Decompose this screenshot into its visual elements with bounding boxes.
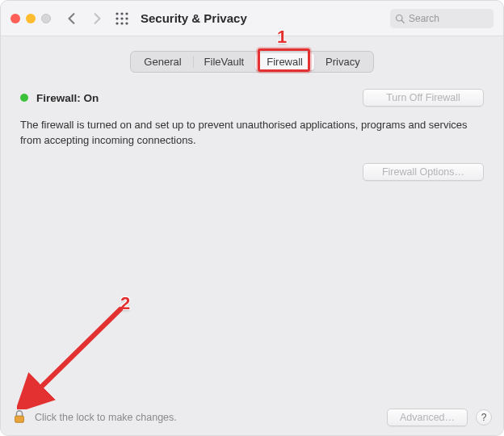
button-label: Firewall Options… bbox=[382, 166, 464, 178]
svg-point-5 bbox=[125, 17, 128, 19]
button-label: Advanced… bbox=[400, 412, 455, 423]
window-controls bbox=[10, 14, 51, 23]
svg-point-0 bbox=[116, 12, 118, 15]
svg-point-7 bbox=[120, 22, 123, 24]
footer: Click the lock to make changes. Advanced… bbox=[1, 400, 503, 435]
lock-button[interactable] bbox=[12, 409, 27, 426]
turn-off-firewall-button[interactable]: Turn Off Firewall bbox=[363, 89, 484, 107]
minimize-window-button[interactable] bbox=[26, 14, 36, 23]
tab-general[interactable]: General bbox=[132, 53, 192, 70]
search-field[interactable]: Search bbox=[390, 9, 494, 28]
forward-button[interactable] bbox=[87, 10, 106, 27]
tab-firewall[interactable]: Firewall bbox=[255, 53, 314, 70]
zoom-window-button[interactable] bbox=[41, 14, 51, 23]
tab-label: Firewall bbox=[267, 56, 303, 68]
svg-point-4 bbox=[120, 17, 123, 19]
svg-point-2 bbox=[125, 12, 128, 15]
tab-filevault[interactable]: FileVault bbox=[193, 53, 256, 70]
svg-rect-11 bbox=[15, 416, 24, 422]
svg-point-6 bbox=[116, 22, 118, 24]
grid-icon bbox=[115, 11, 129, 26]
tab-privacy[interactable]: Privacy bbox=[314, 53, 372, 70]
tab-label: Privacy bbox=[326, 56, 360, 68]
tabs: General FileVault Firewall Privacy bbox=[130, 51, 373, 73]
svg-line-12 bbox=[28, 309, 120, 400]
search-icon bbox=[395, 14, 405, 23]
svg-point-1 bbox=[120, 12, 123, 15]
tab-label: FileVault bbox=[204, 56, 245, 68]
svg-line-10 bbox=[401, 20, 404, 23]
tabs-row: General FileVault Firewall Privacy bbox=[1, 36, 503, 84]
chevron-right-icon bbox=[91, 13, 103, 24]
button-label: Turn Off Firewall bbox=[386, 92, 460, 103]
callout-arrow-2 bbox=[17, 304, 130, 409]
firewall-status-row: Firewall: On Turn Off Firewall bbox=[20, 84, 484, 111]
lock-hint-text: Click the lock to make changes. bbox=[35, 412, 379, 423]
tab-label: General bbox=[144, 56, 181, 68]
preferences-window: Security & Privacy Search General FileVa… bbox=[0, 0, 504, 436]
status-indicator-icon bbox=[20, 94, 28, 102]
chevron-left-icon bbox=[66, 13, 78, 24]
back-button[interactable] bbox=[62, 10, 81, 27]
lock-icon bbox=[12, 409, 27, 424]
svg-point-8 bbox=[125, 22, 128, 24]
help-label: ? bbox=[481, 412, 487, 423]
advanced-button[interactable]: Advanced… bbox=[387, 409, 468, 426]
svg-point-3 bbox=[116, 17, 118, 19]
page-title: Security & Privacy bbox=[141, 11, 384, 25]
firewall-panel: Firewall: On Turn Off Firewall The firew… bbox=[1, 84, 503, 181]
help-button[interactable]: ? bbox=[476, 409, 492, 426]
toolbar: Security & Privacy Search bbox=[1, 1, 503, 36]
callout-number-1: 1 bbox=[277, 27, 287, 48]
firewall-description: The firewall is turned on and set up to … bbox=[20, 111, 484, 160]
close-window-button[interactable] bbox=[10, 14, 20, 23]
search-placeholder: Search bbox=[409, 13, 439, 24]
firewall-status-label: Firewall: On bbox=[36, 92, 99, 104]
firewall-options-button[interactable]: Firewall Options… bbox=[363, 163, 484, 181]
show-all-button[interactable] bbox=[112, 10, 131, 27]
callout-number-2: 2 bbox=[120, 293, 130, 314]
